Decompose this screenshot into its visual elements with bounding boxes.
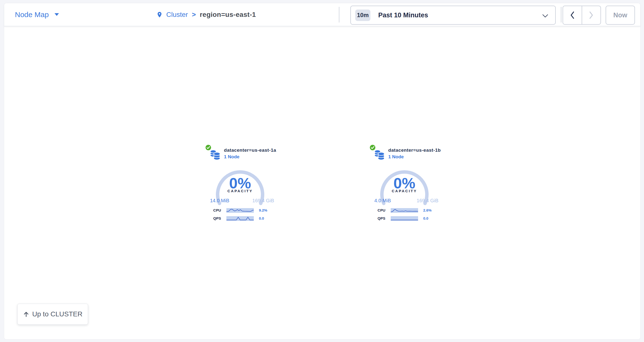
capacity-percentage: 0% [203,176,277,191]
capacity-percentage: 0% [368,176,441,191]
breadcrumb-cluster-link[interactable]: Cluster [166,11,188,18]
qps-value: 0.0 [423,216,428,221]
up-to-cluster-label: Up to CLUSTER [32,310,82,318]
time-nav-group [562,5,601,25]
arrow-up-icon [23,311,29,317]
capacity-values: 14.0 MiB 169.4 GiB [210,198,274,204]
cpu-label: CPU [368,208,385,213]
cpu-value: 2.6% [423,208,432,213]
header-divider [339,7,339,22]
toolbar: Node Map Cluster > region=us-east-1 10m … [4,3,640,26]
node-map-canvas [4,27,640,339]
capacity-used: 4.0 MiB [374,198,391,204]
cpu-sparkline [226,208,254,213]
cpu-sparkline [391,208,418,213]
now-button[interactable]: Now [606,5,635,25]
qps-sparkline [226,216,254,221]
capacity-label: CAPACITY [203,189,277,193]
up-to-cluster-button[interactable]: Up to CLUSTER [17,304,88,325]
qps-label: QPS [368,216,385,221]
view-selector-label: Node Map [15,10,49,19]
qps-sparkline [391,216,418,221]
time-range-badge: 10m [355,9,370,21]
time-next-button[interactable] [582,6,601,24]
qps-label: QPS [203,216,221,221]
capacity-used: 14.0 MiB [210,198,229,204]
datacenter-card[interactable]: datacenter=us-east-1b 1 Node 0% CAPACITY… [368,143,456,224]
capacity-label: CAPACITY [368,189,441,193]
breadcrumb-separator: > [192,11,196,18]
time-range-selector[interactable]: 10m Past 10 Minutes [350,5,556,25]
status-healthy-icon [205,144,212,151]
caret-down-icon [54,13,59,16]
cpu-label: CPU [203,208,221,213]
chevron-down-icon [542,14,548,18]
qps-value: 0.0 [259,216,264,221]
capacity-total: 169.4 GiB [416,198,438,204]
main-panel: Node Map Cluster > region=us-east-1 10m … [4,3,640,340]
header-divider [561,7,561,22]
time-prev-button[interactable] [563,6,582,24]
cpu-value: 9.2% [259,208,267,213]
chevron-left-icon [570,11,575,19]
status-healthy-icon [369,144,376,151]
capacity-total: 169.4 GiB [252,198,274,204]
chevron-right-icon [588,11,594,19]
location-pin-icon [156,10,163,19]
breadcrumb-current: region=us-east-1 [200,11,256,18]
time-range-label: Past 10 Minutes [378,11,428,19]
datacenter-card[interactable]: datacenter=us-east-1a 1 Node 0% CAPACITY… [203,143,291,224]
breadcrumb: Cluster > region=us-east-1 [156,3,256,26]
capacity-values: 4.0 MiB 169.4 GiB [374,198,438,204]
view-selector-dropdown[interactable]: Node Map [15,3,59,26]
